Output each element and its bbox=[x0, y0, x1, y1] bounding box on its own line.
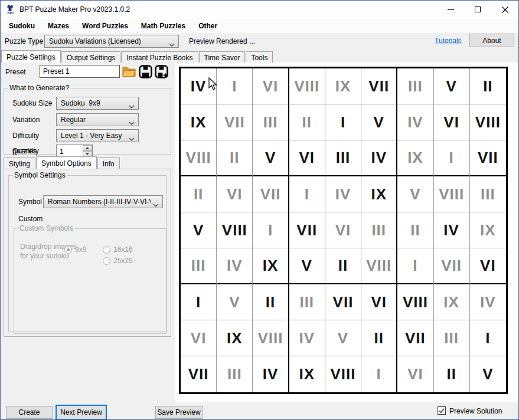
sudoku-cell-r3c9: VII bbox=[470, 140, 506, 176]
sudoku-cell-r6c4: V bbox=[289, 248, 325, 284]
sudoku-cell-r6c1: III bbox=[181, 248, 217, 284]
variation-label: Variation bbox=[12, 116, 40, 124]
sudoku-cell-r3c7: IX bbox=[397, 140, 433, 176]
preview-solution-label: Preview Solution bbox=[449, 407, 502, 415]
menu-item-math-puzzles[interactable]: Math Puzzles bbox=[135, 22, 192, 30]
symbol-settings-title: Symbol Settings bbox=[12, 171, 67, 179]
sudoku-cell-r8c2: IX bbox=[217, 320, 253, 356]
sudoku-cell-r2c4: II bbox=[289, 104, 325, 140]
sudoku-cell-r2c5: I bbox=[325, 104, 361, 140]
sudoku-cell-r3c1: VIII bbox=[181, 140, 217, 176]
tab-styling[interactable]: Styling bbox=[4, 158, 35, 169]
sudoku-cell-r4c6: IX bbox=[361, 176, 397, 212]
difficulty-select[interactable]: Level 1 - Very Easy bbox=[56, 129, 139, 142]
tutorials-link[interactable]: Tutorials bbox=[435, 37, 462, 45]
sudoku-cell-r6c3: IX bbox=[253, 248, 289, 284]
preview-solution-checkbox[interactable] bbox=[438, 406, 446, 415]
create-button[interactable]: Create bbox=[6, 406, 53, 419]
spin-up-icon[interactable] bbox=[83, 145, 92, 151]
sudoku-cell-r5c1: V bbox=[181, 212, 217, 248]
sudoku-cell-r4c9: III bbox=[470, 176, 506, 212]
tab-info[interactable]: Info bbox=[97, 158, 120, 169]
chevron-down-icon bbox=[129, 134, 135, 142]
puzzle-type-select[interactable]: Sudoku Variations (Licensed) bbox=[44, 35, 179, 48]
sudoku-cell-r2c1: IX bbox=[181, 104, 217, 140]
sudoku-cell-r7c4: III bbox=[289, 284, 325, 320]
sudoku-cell-r3c4: VI bbox=[289, 140, 325, 176]
sudoku-cell-r2c9: VIII bbox=[470, 104, 506, 140]
tab-puzzle-settings[interactable]: Puzzle Settings bbox=[1, 50, 61, 63]
sudoku-cell-r2c8: VI bbox=[434, 104, 470, 140]
minimize-icon[interactable] bbox=[437, 1, 464, 18]
sudoku-cell-r5c9: IX bbox=[470, 212, 506, 248]
tab-instant-puzzle-books[interactable]: Instant Puzzle Books bbox=[121, 51, 198, 63]
custom-symbols-group: Custom Symbols Drag/drop images for your… bbox=[14, 224, 167, 334]
tab-output-settings[interactable]: Output Settings bbox=[61, 51, 121, 63]
sudoku-cell-r6c5: II bbox=[325, 248, 361, 284]
radio-9x9[interactable]: 9x9 bbox=[64, 245, 86, 254]
style-tab-strip: StylingSymbol OptionsInfo bbox=[4, 156, 120, 169]
save-preview-button[interactable]: Save Preview bbox=[155, 406, 203, 419]
sudoku-cell-r5c5: VI bbox=[325, 212, 361, 248]
sudoku-cell-r3c8: I bbox=[434, 140, 470, 176]
close-icon[interactable] bbox=[491, 1, 518, 18]
tab-time-saver[interactable]: Time Saver bbox=[199, 51, 246, 63]
sudoku-cell-r8c7: VII bbox=[397, 320, 433, 356]
sudoku-cell-r8c6: II bbox=[361, 320, 397, 356]
custom-label: Custom bbox=[18, 215, 43, 223]
menu-item-other[interactable]: Other bbox=[192, 22, 224, 30]
quantity-stepper[interactable]: 1 bbox=[56, 145, 93, 158]
menu-item-mazes[interactable]: Mazes bbox=[41, 22, 76, 30]
sudoku-cell-r4c8: VIII bbox=[434, 176, 470, 212]
radio-16x16[interactable]: 16x16 bbox=[103, 245, 133, 254]
symbol-select[interactable]: Roman Numbers (I-II-III-IV-V-VI-VII-VIII… bbox=[43, 195, 163, 208]
next-preview-button[interactable]: Next Preview bbox=[56, 405, 107, 420]
sudoku-size-select[interactable]: Sudoku 9x9 bbox=[56, 97, 139, 110]
menu-bar: SudokuMazesWord PuzzlesMath PuzzlesOther bbox=[0, 19, 519, 33]
chevron-down-icon bbox=[153, 201, 159, 208]
sudoku-cell-r1c6: VII bbox=[361, 68, 397, 104]
save-as-icon[interactable] bbox=[154, 64, 169, 78]
main-tab-strip: Puzzle SettingsOutput SettingsInstant Pu… bbox=[1, 50, 273, 63]
sudoku-cell-r1c4: VIII bbox=[289, 68, 325, 104]
preset-input[interactable] bbox=[40, 65, 120, 78]
sudoku-cell-r8c8: III bbox=[434, 320, 470, 356]
menu-item-word-puzzles[interactable]: Word Puzzles bbox=[76, 22, 135, 30]
folder-open-icon[interactable] bbox=[122, 64, 136, 78]
tab-tools[interactable]: Tools bbox=[246, 51, 273, 63]
sudoku-cell-r1c2: I bbox=[217, 68, 253, 104]
tab-symbol-options[interactable]: Symbol Options bbox=[36, 156, 97, 169]
mouse-cursor bbox=[208, 77, 218, 92]
chevron-down-icon bbox=[129, 119, 135, 126]
radio-icon bbox=[103, 257, 110, 265]
maximize-icon[interactable] bbox=[464, 1, 491, 18]
sudoku-cell-r7c2: V bbox=[217, 284, 253, 320]
footer-bar: Create Next Preview Save Preview Preview… bbox=[0, 402, 519, 420]
puzzle-type-bar: Puzzle Type Sudoku Variations (Licensed)… bbox=[0, 33, 519, 50]
sudoku-cell-r5c2: VIII bbox=[217, 212, 253, 248]
sudoku-cell-r7c6: VI bbox=[361, 284, 397, 320]
sudoku-cell-r2c3: III bbox=[253, 104, 289, 140]
preview-status: Preview Rendered ... bbox=[189, 37, 255, 45]
sudoku-cell-r7c5: VII bbox=[325, 284, 361, 320]
menu-item-sudoku[interactable]: Sudoku bbox=[2, 22, 41, 30]
sudoku-cell-r5c8: IV bbox=[434, 212, 470, 248]
sudoku-cell-r6c7: I bbox=[397, 248, 433, 284]
save-icon[interactable] bbox=[138, 64, 153, 78]
variation-select[interactable]: Regular bbox=[56, 113, 139, 126]
sudoku-cell-r7c9: IV bbox=[470, 284, 506, 320]
about-button[interactable]: About bbox=[469, 34, 514, 47]
settings-panel: Preset What to Generate? Sudoku Size Sud… bbox=[0, 63, 175, 402]
app-icon: BPT bbox=[5, 4, 16, 15]
svg-text:BPT: BPT bbox=[8, 11, 15, 15]
sudoku-cell-r9c6: I bbox=[361, 356, 397, 392]
sudoku-cell-r5c6: III bbox=[361, 212, 397, 248]
sudoku-cell-r6c6: VIII bbox=[361, 248, 397, 284]
sudoku-cell-r9c8: II bbox=[434, 356, 470, 392]
radio-25x25[interactable]: 25x25 bbox=[103, 257, 133, 265]
sudoku-cell-r2c6: V bbox=[361, 104, 397, 140]
sudoku-cell-r7c3: II bbox=[253, 284, 289, 320]
custom-symbols-title: Custom Symbols bbox=[18, 224, 75, 232]
sudoku-cell-r6c2: IV bbox=[217, 248, 253, 284]
symbol-settings-group: Symbol Settings Symbol Roman Numbers (I-… bbox=[8, 171, 167, 332]
